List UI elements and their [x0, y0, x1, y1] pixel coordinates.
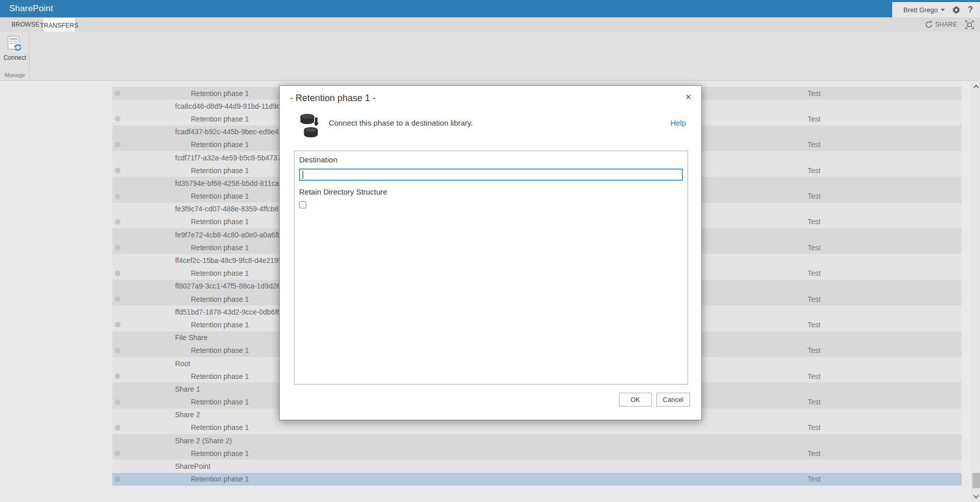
row-label: Retention phase 1 — [191, 321, 249, 329]
table-row[interactable]: SharePoint — [112, 460, 962, 472]
row-label: Retention phase 1 — [191, 166, 249, 175]
row-test-value: Test — [807, 269, 821, 277]
row-label: Retention phase 1 — [191, 115, 249, 123]
row-label: Root — [175, 360, 190, 368]
ok-button[interactable]: OK — [619, 393, 652, 407]
ribbon-group-label: Manage — [0, 72, 30, 78]
share-refresh-icon — [925, 21, 933, 28]
retention-phase-dialog: - Retention phase 1 - ✕ Connect this pha… — [279, 85, 702, 420]
row-test-value: Test — [807, 244, 821, 252]
table-row[interactable]: Retention phase 1 Test — [112, 421, 962, 434]
row-test-value: Test — [807, 372, 821, 380]
row-test-value: Test — [807, 140, 821, 149]
row-label: Retention phase 1 — [191, 89, 249, 98]
row-label: ff4cef2c-15ba-48c9-9fc8-d4e2195f0 — [175, 256, 288, 265]
suite-bar: SharePoint — [0, 0, 980, 17]
row-bullet-icon — [115, 425, 120, 431]
vertical-scrollbar[interactable] — [971, 81, 980, 502]
scrollbar-thumb[interactable] — [972, 473, 980, 488]
ribbon-tab-row: BROWSE TRANSFERS SHARE — [0, 17, 980, 32]
tab-transfers[interactable]: TRANSFERS — [43, 17, 76, 33]
row-label: Retention phase 1 — [191, 140, 249, 149]
destination-input[interactable] — [299, 169, 683, 181]
row-label: Retention phase 1 — [191, 192, 249, 200]
ribbon-group-manage: Connect Manage — [0, 32, 30, 80]
dialog-description: Connect this phase to a destination libr… — [329, 118, 473, 127]
row-test-value: Test — [807, 346, 821, 354]
table-row[interactable]: Share 2 (Share 2) — [112, 434, 962, 447]
caret-down-icon — [941, 9, 945, 11]
user-menu[interactable]: Brett Grego — [903, 6, 945, 14]
destination-label: Destination — [299, 155, 683, 164]
row-label: Share 1 — [175, 385, 200, 393]
table-row[interactable]: Retention phase 1 Test — [112, 447, 962, 460]
row-label: Retention phase 1 — [191, 244, 249, 252]
settings-gear-icon[interactable] — [952, 6, 961, 14]
row-bullet-icon — [115, 399, 120, 405]
scroll-down-icon[interactable] — [973, 493, 979, 500]
row-bullet-icon — [115, 90, 120, 96]
row-label: fe3f9c74-cd07-488e-8359-4ffcb828 — [175, 205, 286, 213]
row-label: fe9f7e72-4cb8-4c80-a0e0-a0a6fb8c — [175, 231, 289, 239]
row-label: Retention phase 1 — [191, 398, 249, 406]
database-transfer-icon — [299, 113, 323, 141]
cancel-button[interactable]: Cancel — [656, 393, 690, 407]
row-bullet-icon — [115, 476, 120, 482]
focus-on-content-icon[interactable] — [965, 20, 974, 29]
row-bullet-icon — [115, 348, 120, 353]
tab-browse[interactable]: BROWSE — [12, 17, 39, 32]
row-label: fcdf71f7-a32a-4e59-b5c8-5b473759 — [175, 154, 289, 162]
help-icon[interactable]: ? — [968, 5, 973, 14]
row-test-value: Test — [807, 295, 821, 303]
connect-button[interactable]: Connect — [3, 36, 27, 65]
row-label: Retention phase 1 — [191, 475, 249, 483]
row-label: Share 2 (Share 2) — [175, 437, 232, 445]
row-test-value: Test — [807, 475, 821, 483]
row-label: Retention phase 1 — [191, 372, 249, 380]
row-bullet-icon — [115, 373, 120, 379]
row-bullet-icon — [115, 296, 120, 302]
suite-bar-right: Brett Grego ? — [892, 2, 980, 17]
row-test-value: Test — [807, 423, 821, 432]
row-label: Retention phase 1 — [191, 423, 249, 432]
app-title: SharePoint — [9, 4, 53, 14]
retain-directory-checkbox[interactable] — [299, 201, 306, 208]
scroll-up-icon[interactable] — [973, 83, 979, 90]
text-cursor — [303, 171, 303, 179]
row-bullet-icon — [115, 116, 120, 122]
dialog-title: - Retention phase 1 - — [290, 93, 376, 104]
row-label: Retention phase 1 — [191, 218, 249, 226]
row-test-value: Test — [807, 192, 821, 200]
row-label: Retention phase 1 — [191, 449, 249, 458]
row-label: fcadf437-b92c-445b-9bec-ed9e45d — [175, 128, 287, 136]
ribbon-content: Connect Manage — [0, 32, 980, 81]
row-test-value: Test — [807, 321, 821, 329]
row-test-value: Test — [807, 166, 821, 175]
row-bullet-icon — [115, 194, 120, 199]
row-test-value: Test — [807, 449, 821, 458]
share-button[interactable]: SHARE — [925, 21, 957, 28]
row-bullet-icon — [115, 168, 120, 173]
row-test-value: Test — [807, 398, 821, 406]
row-test-value: Test — [807, 218, 821, 226]
retain-directory-label: Retain Directory Structure — [299, 187, 683, 196]
row-bullet-icon — [115, 271, 120, 276]
row-bullet-icon — [115, 450, 120, 456]
help-link[interactable]: Help — [670, 118, 686, 127]
table-row[interactable]: Retention phase 1 Test — [112, 473, 962, 486]
row-label: fd35794e-bf68-4258-b5dd-811ca7c — [175, 179, 286, 187]
connect-sync-icon — [7, 36, 22, 52]
row-label: fca8cd46-d8d9-44d9-91bd-11d9c40 — [175, 102, 288, 110]
row-bullet-icon — [115, 322, 120, 327]
row-label: Retention phase 1 — [191, 346, 249, 354]
row-label: ffd51bd7-1878-43d2-9cce-0db6f66 — [175, 308, 285, 316]
row-label: Share 2 — [175, 411, 200, 419]
close-icon[interactable]: ✕ — [682, 91, 694, 103]
user-name: Brett Grego — [903, 6, 938, 14]
row-label: Retention phase 1 — [191, 295, 249, 303]
row-test-value: Test — [807, 115, 821, 123]
row-label: File Share — [175, 333, 208, 342]
row-bullet-icon — [115, 245, 120, 250]
row-test-value: Test — [807, 89, 821, 98]
row-bullet-icon — [115, 219, 120, 225]
